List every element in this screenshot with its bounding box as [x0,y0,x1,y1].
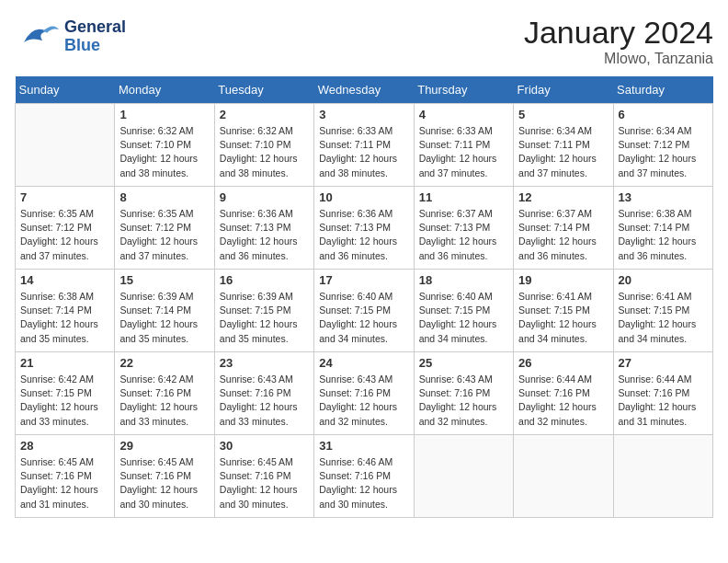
weekday-header-saturday: Saturday [613,76,712,104]
weekday-header-thursday: Thursday [414,76,513,104]
calendar-cell: 26Sunrise: 6:44 AM Sunset: 7:16 PM Dayli… [514,352,613,435]
day-number: 8 [119,190,209,204]
calendar-cell: 5Sunrise: 6:34 AM Sunset: 7:11 PM Daylig… [514,104,613,187]
calendar-cell: 6Sunrise: 6:34 AM Sunset: 7:12 PM Daylig… [613,104,712,187]
day-info: Sunrise: 6:38 AM Sunset: 7:14 PM Dayligh… [619,207,708,263]
calendar-cell: 16Sunrise: 6:39 AM Sunset: 7:15 PM Dayli… [214,270,313,352]
weekday-header-tuesday: Tuesday [214,76,313,104]
day-number: 11 [419,190,508,204]
day-info: Sunrise: 6:33 AM Sunset: 7:11 PM Dayligh… [419,124,508,180]
calendar-week-1: 1Sunrise: 6:32 AM Sunset: 7:10 PM Daylig… [16,104,713,187]
calendar-cell: 10Sunrise: 6:36 AM Sunset: 7:13 PM Dayli… [314,187,414,270]
calendar-cell: 23Sunrise: 6:43 AM Sunset: 7:16 PM Dayli… [214,352,313,435]
logo-bird-icon [15,15,61,59]
day-number: 19 [518,273,608,287]
day-info: Sunrise: 6:41 AM Sunset: 7:15 PM Dayligh… [518,290,608,346]
day-info: Sunrise: 6:40 AM Sunset: 7:15 PM Dayligh… [419,290,508,346]
day-info: Sunrise: 6:36 AM Sunset: 7:13 PM Dayligh… [220,207,309,263]
day-number: 7 [20,190,109,204]
day-number: 17 [319,273,408,287]
day-info: Sunrise: 6:43 AM Sunset: 7:16 PM Dayligh… [419,373,508,429]
day-info: Sunrise: 6:39 AM Sunset: 7:14 PM Dayligh… [119,290,209,346]
calendar-cell: 12Sunrise: 6:37 AM Sunset: 7:14 PM Dayli… [514,187,613,270]
day-info: Sunrise: 6:45 AM Sunset: 7:16 PM Dayligh… [220,455,309,511]
calendar-cell: 14Sunrise: 6:38 AM Sunset: 7:14 PM Dayli… [16,270,115,352]
calendar-cell: 9Sunrise: 6:36 AM Sunset: 7:13 PM Daylig… [214,187,313,270]
calendar-cell: 22Sunrise: 6:42 AM Sunset: 7:16 PM Dayli… [115,352,214,435]
day-number: 21 [20,356,109,370]
day-number: 5 [518,108,608,121]
day-info: Sunrise: 6:36 AM Sunset: 7:13 PM Dayligh… [319,207,408,263]
calendar-cell: 29Sunrise: 6:45 AM Sunset: 7:16 PM Dayli… [115,435,214,518]
calendar-cell [414,435,513,518]
day-number: 29 [119,439,209,453]
day-info: Sunrise: 6:38 AM Sunset: 7:14 PM Dayligh… [20,290,109,346]
weekday-header-wednesday: Wednesday [314,76,414,104]
day-number: 20 [619,273,708,287]
day-number: 2 [220,108,309,121]
day-info: Sunrise: 6:42 AM Sunset: 7:15 PM Dayligh… [20,373,109,429]
calendar-cell: 1Sunrise: 6:32 AM Sunset: 7:10 PM Daylig… [115,104,214,187]
day-info: Sunrise: 6:40 AM Sunset: 7:15 PM Dayligh… [319,290,408,346]
day-number: 9 [220,190,309,204]
day-info: Sunrise: 6:34 AM Sunset: 7:12 PM Dayligh… [619,124,708,180]
day-info: Sunrise: 6:33 AM Sunset: 7:11 PM Dayligh… [319,124,408,180]
day-number: 24 [319,356,408,370]
calendar-cell: 25Sunrise: 6:43 AM Sunset: 7:16 PM Dayli… [414,352,513,435]
day-number: 3 [319,108,408,121]
calendar-cell: 3Sunrise: 6:33 AM Sunset: 7:11 PM Daylig… [314,104,414,187]
day-info: Sunrise: 6:45 AM Sunset: 7:16 PM Dayligh… [119,455,209,511]
day-info: Sunrise: 6:42 AM Sunset: 7:16 PM Dayligh… [119,373,209,429]
title-area: January 2024 Mlowo, Tanzania [524,15,713,67]
day-info: Sunrise: 6:46 AM Sunset: 7:16 PM Dayligh… [319,455,408,511]
day-info: Sunrise: 6:34 AM Sunset: 7:11 PM Dayligh… [518,124,608,180]
day-number: 25 [419,356,508,370]
day-number: 15 [119,273,209,287]
day-number: 12 [518,190,608,204]
day-number: 1 [119,108,209,121]
calendar-cell: 11Sunrise: 6:37 AM Sunset: 7:13 PM Dayli… [414,187,513,270]
calendar-table: SundayMondayTuesdayWednesdayThursdayFrid… [15,76,713,518]
calendar-cell: 31Sunrise: 6:46 AM Sunset: 7:16 PM Dayli… [314,435,414,518]
day-number: 18 [419,273,508,287]
day-number: 13 [619,190,708,204]
day-info: Sunrise: 6:39 AM Sunset: 7:15 PM Dayligh… [220,290,309,346]
day-info: Sunrise: 6:32 AM Sunset: 7:10 PM Dayligh… [220,124,309,180]
day-number: 31 [319,439,408,453]
day-info: Sunrise: 6:44 AM Sunset: 7:16 PM Dayligh… [518,373,608,429]
day-number: 26 [518,356,608,370]
day-number: 30 [220,439,309,453]
calendar-cell [514,435,613,518]
day-number: 6 [619,108,708,121]
calendar-week-2: 7Sunrise: 6:35 AM Sunset: 7:12 PM Daylig… [16,187,713,270]
day-info: Sunrise: 6:43 AM Sunset: 7:16 PM Dayligh… [319,373,408,429]
day-number: 10 [319,190,408,204]
day-number: 23 [220,356,309,370]
calendar-cell: 17Sunrise: 6:40 AM Sunset: 7:15 PM Dayli… [314,270,414,352]
weekday-header-sunday: Sunday [16,76,115,104]
calendar-cell: 28Sunrise: 6:45 AM Sunset: 7:16 PM Dayli… [16,435,115,518]
month-year: January 2024 [524,15,713,51]
logo: General Blue [15,15,126,59]
calendar-cell [613,435,712,518]
calendar-cell: 13Sunrise: 6:38 AM Sunset: 7:14 PM Dayli… [613,187,712,270]
day-info: Sunrise: 6:43 AM Sunset: 7:16 PM Dayligh… [220,373,309,429]
day-info: Sunrise: 6:37 AM Sunset: 7:14 PM Dayligh… [518,207,608,263]
calendar-cell: 21Sunrise: 6:42 AM Sunset: 7:15 PM Dayli… [16,352,115,435]
calendar-cell [16,104,115,187]
weekday-header-row: SundayMondayTuesdayWednesdayThursdayFrid… [16,76,713,104]
calendar-cell: 27Sunrise: 6:44 AM Sunset: 7:16 PM Dayli… [613,352,712,435]
day-info: Sunrise: 6:41 AM Sunset: 7:15 PM Dayligh… [619,290,708,346]
calendar-cell: 18Sunrise: 6:40 AM Sunset: 7:15 PM Dayli… [414,270,513,352]
day-info: Sunrise: 6:45 AM Sunset: 7:16 PM Dayligh… [20,455,109,511]
calendar-cell: 24Sunrise: 6:43 AM Sunset: 7:16 PM Dayli… [314,352,414,435]
calendar-cell: 7Sunrise: 6:35 AM Sunset: 7:12 PM Daylig… [16,187,115,270]
calendar-week-4: 21Sunrise: 6:42 AM Sunset: 7:15 PM Dayli… [16,352,713,435]
day-number: 27 [619,356,708,370]
calendar-cell: 15Sunrise: 6:39 AM Sunset: 7:14 PM Dayli… [115,270,214,352]
calendar-cell: 20Sunrise: 6:41 AM Sunset: 7:15 PM Dayli… [613,270,712,352]
header: General Blue January 2024 Mlowo, Tanzani… [15,15,713,67]
day-info: Sunrise: 6:44 AM Sunset: 7:16 PM Dayligh… [619,373,708,429]
weekday-header-monday: Monday [115,76,214,104]
weekday-header-friday: Friday [514,76,613,104]
